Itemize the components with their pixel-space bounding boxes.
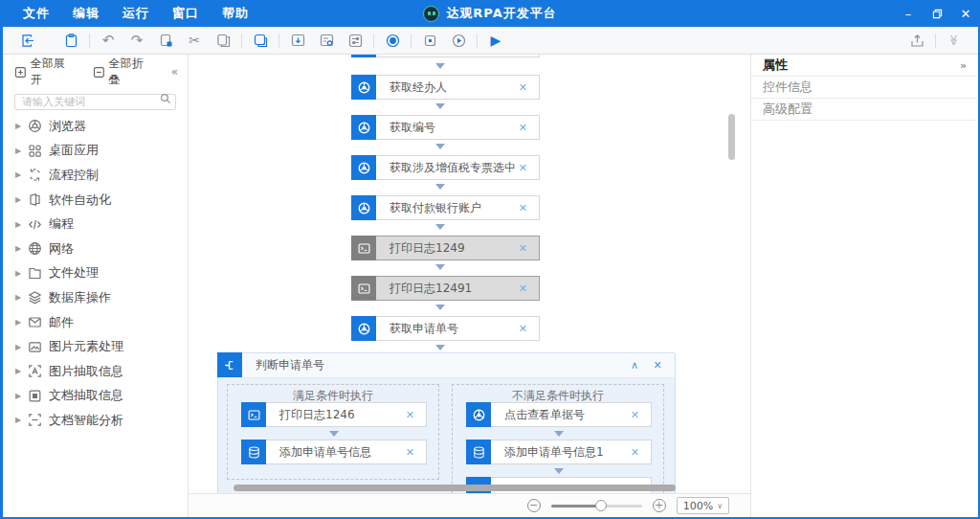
close-button[interactable]: ✕ [951,0,980,27]
horizontal-scrollbar[interactable] [234,485,676,491]
undo-button[interactable]: ↶ [94,29,122,52]
capture-run-button[interactable] [283,29,312,52]
node-close-icon[interactable]: ✕ [406,446,426,459]
restore-button[interactable] [923,0,951,27]
flow-node[interactable]: 获取经办人 ✕ [351,75,540,100]
sidebar-item-desktop-apps[interactable]: ▶ 桌面应用 [3,139,188,164]
menu-window[interactable]: 窗口 [172,5,199,22]
panel-expand-icon[interactable]: » [960,59,966,72]
stop-button[interactable] [415,29,444,52]
zoom-slider[interactable] [551,505,642,508]
branch-close-button[interactable]: ✕ [646,359,669,372]
flow-node-partial-top[interactable] [351,55,540,57]
flow-node[interactable]: 获取申请单号 ✕ [351,316,540,341]
sidebar-item-image-extract[interactable]: ▶ 图片抽取信息 [3,359,188,384]
pick-element-button[interactable] [246,29,275,52]
collapse-all-button[interactable]: 全部折叠 [93,56,154,88]
sidebar-item-flow-control[interactable]: ▶ 流程控制 [3,163,188,188]
flow-node[interactable]: 获取编号 ✕ [351,115,540,140]
panel-tab-properties[interactable]: 属性 » [751,55,977,77]
sidebar-item-image-element[interactable]: ▶ 图片元素处理 [3,334,188,359]
node-close-icon[interactable]: ✕ [519,242,539,255]
sidebar-item-file-processing[interactable]: ▶ 文件处理 [3,261,188,286]
node-close-icon[interactable]: ✕ [631,446,651,459]
flow-node[interactable]: 打印日志1246 ✕ [241,402,427,427]
node-close-icon[interactable]: ✕ [519,122,539,134]
search-input[interactable] [14,94,176,110]
sidebar-item-browser[interactable]: ▶ 浏览器 [3,114,188,139]
panel-tab-control-info[interactable]: 控件信息 [751,77,977,99]
caret-icon: ▶ [15,343,28,351]
category-list: ▶ 浏览器 ▶ 桌面应用 ▶ 流程控制 ▶ 软件自动化 [3,107,188,433]
exit-editor-button[interactable] [12,29,41,52]
menu-help[interactable]: 帮助 [222,5,249,22]
record-button[interactable] [378,29,407,52]
menu-run[interactable]: 运行 [122,5,149,22]
sidebar-item-programming[interactable]: ▶ 编程 [3,212,188,237]
flow-node-disabled[interactable]: 打印日志1249 ✕ [351,236,540,260]
redo-button[interactable]: ↷ [122,29,151,52]
flow-canvas[interactable]: 获取经办人 ✕ 获取编号 ✕ 获取涉及增值税专票选中 ✕ [189,55,750,493]
node-close-icon[interactable]: ✕ [519,323,539,335]
capture-config-button[interactable] [312,29,341,52]
restore-icon [932,9,943,19]
caret-icon: ▶ [15,195,28,204]
node-close-icon[interactable]: ✕ [519,282,539,295]
branch-header[interactable]: 判断申请单号 ∧ ✕ [218,353,675,378]
flow-arrow-icon [435,305,445,310]
zoom-out-button[interactable]: − [527,499,541,512]
collapse-all-icon [93,66,105,79]
node-close-icon[interactable]: ✕ [406,409,426,421]
flow-arrow-icon [435,224,445,230]
flow-node[interactable]: 获取涉及增值税专票选中 ✕ [351,155,540,180]
zoom-slider-knob[interactable] [595,500,607,511]
sidebar-item-database[interactable]: ▶ 数据库操作 [3,285,188,310]
step-run-button[interactable] [444,29,473,52]
sidebar-item-software-automation[interactable]: ▶ 软件自动化 [3,188,188,213]
browser-icon [351,55,376,57]
browser-icon [351,75,376,100]
sidebar-item-mail[interactable]: ▶ 邮件 [3,310,188,335]
branch-collapse-button[interactable]: ∧ [623,359,646,372]
titlebar: 文件 编辑 运行 窗口 帮助 达观RPA开发平台 – ✕ [0,0,980,27]
doc-extract-icon [28,389,42,403]
flow-node[interactable]: 添加申请单号信息1 ✕ [466,440,652,464]
sidebar-item-network[interactable]: ▶ 网络 [3,237,188,261]
flow-node[interactable]: 点击查看单据号 ✕ [466,402,652,427]
zoom-in-button[interactable]: + [653,499,666,512]
flow-node[interactable]: 获取付款银行账户 ✕ [351,195,540,220]
sidebar-item-doc-analysis[interactable]: ▶ 文档智能分析 [3,408,188,433]
menu-edit[interactable]: 编辑 [73,5,100,22]
false-branch-header: 不满足条件时执行 [453,385,663,404]
sidebar-item-doc-extract[interactable]: ▶ 文档抽取信息 [3,384,188,409]
sidebar-collapse-button[interactable]: « [171,65,176,79]
flow-node[interactable]: 添加申请单号信息 ✕ [241,440,427,464]
paste-button[interactable] [151,29,180,52]
save-button[interactable] [56,29,85,52]
toolbar-collapse-button[interactable]: ≫ [943,26,966,55]
zoom-level-select[interactable]: 100% ∨ [677,497,729,514]
node-close-icon[interactable]: ✕ [519,162,539,174]
node-close-icon[interactable]: ✕ [519,81,539,94]
flow-arrow-icon [435,264,445,270]
export-button[interactable] [902,29,931,52]
panel-tab-advanced-config[interactable]: 高级配置 [751,99,977,121]
cut-button[interactable]: ✂ [180,29,209,52]
caret-icon: ▶ [15,293,28,302]
run-button[interactable]: ▶ [481,29,510,52]
vertical-scrollbar[interactable] [728,114,735,160]
expand-all-button[interactable]: 全部展开 [14,56,76,88]
adjust-settings-button[interactable] [341,29,369,52]
menu-file[interactable]: 文件 [23,5,50,22]
toolbar: ↶ ↷ ✂ ▶ ≫ [3,27,978,55]
flow-arrow-icon [329,431,339,437]
robot-logo-icon [423,6,439,22]
flow-node-disabled[interactable]: 打印日志12491 ✕ [351,276,540,301]
search-icon [160,93,171,104]
node-close-icon[interactable]: ✕ [519,202,539,214]
minimize-button[interactable]: – [894,0,923,27]
node-close-icon[interactable]: ✕ [631,409,651,421]
statusbar: − + 100% ∨ [189,493,750,517]
copy-button[interactable] [209,29,237,52]
branch-container[interactable]: 判断申请单号 ∧ ✕ 满足条件时执行 打印日志1246 ✕ [217,352,676,493]
